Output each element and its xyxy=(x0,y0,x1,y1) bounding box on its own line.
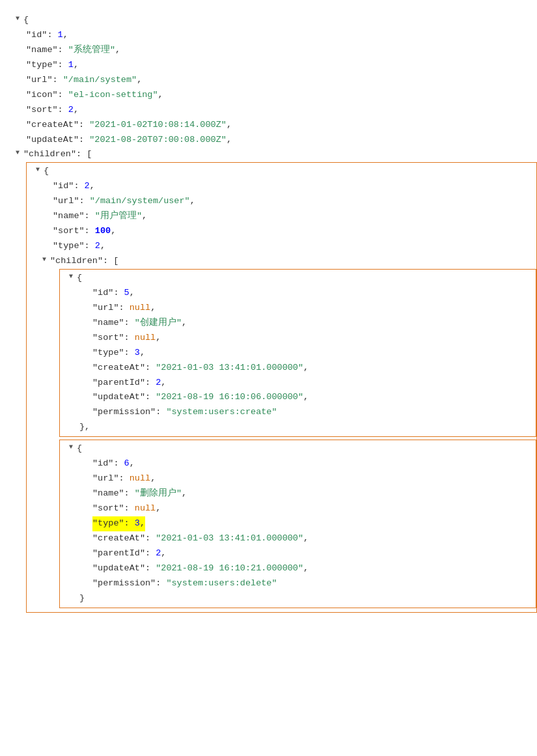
gc5-collapse-icon[interactable]: ▼ xyxy=(69,271,77,282)
child2-collapse-icon[interactable]: ▼ xyxy=(36,164,44,175)
root-createAt-line: "createAt": "2021-01-02T10:08:14.000Z", xyxy=(7,118,537,133)
child2-children-open: ▼ "children": [ xyxy=(27,254,536,269)
gc6-open: ▼ { xyxy=(60,441,536,456)
gc6-sort-line: "sort": null, xyxy=(60,501,536,516)
grandchild-6-box: ▼ { "id": 6, "url": null, "name": "删除用户"… xyxy=(59,440,536,608)
json-viewer: ▼ { "id": 1, "name": "系统管理", "type": 1, … xyxy=(7,7,537,756)
type-highlight: "type": 3, xyxy=(92,516,145,531)
gc5-parentId-line: "parentId": 2, xyxy=(60,376,536,391)
child2-type-line: "type": 2, xyxy=(27,239,536,254)
gc6-updateAt-line: "updateAt": "2021-08-19 16:10:21.000000"… xyxy=(60,561,536,576)
child-object-2-box: ▼ { "id": 2, "url": "/main/system/user",… xyxy=(26,162,537,612)
gc6-type-line: "type": 3, xyxy=(60,516,536,531)
grandchild-5-box: ▼ { "id": 5, "url": null, "name": "创建用户"… xyxy=(59,269,536,437)
gc6-createAt-line: "createAt": "2021-01-03 13:41:01.000000"… xyxy=(60,531,536,546)
gc6-parentId-line: "parentId": 2, xyxy=(60,546,536,561)
root-children-collapse-icon[interactable]: ▼ xyxy=(16,147,23,158)
child2-url-line: "url": "/main/system/user", xyxy=(27,194,536,209)
child2-open: ▼ { xyxy=(27,164,536,179)
gc5-createAt-line: "createAt": "2021-01-03 13:41:01.000000"… xyxy=(60,361,536,376)
gc5-close: }, xyxy=(60,420,536,435)
child2-children-collapse-icon[interactable]: ▼ xyxy=(42,254,50,265)
root-url-line: "url": "/main/system", xyxy=(7,73,537,88)
root-updateAt-line: "updateAt": "2021-08-20T07:00:08.000Z", xyxy=(7,133,537,148)
root-sort-line: "sort": 2, xyxy=(7,103,537,118)
root-collapse-icon[interactable]: ▼ xyxy=(16,13,23,24)
gc5-id-line: "id": 5, xyxy=(60,286,536,301)
gc6-id-line: "id": 6, xyxy=(60,456,536,471)
child2-name-line: "name": "用户管理", xyxy=(27,209,536,224)
gc6-collapse-icon[interactable]: ▼ xyxy=(69,441,77,453)
gc5-type-line: "type": 3, xyxy=(60,346,536,361)
gc6-close: } xyxy=(60,591,536,606)
gc6-permission-line: "permission": "system:users:delete" xyxy=(60,576,536,591)
root-open: ▼ { xyxy=(7,13,537,28)
gc5-name-line: "name": "创建用户", xyxy=(60,316,536,331)
root-children-open: ▼ "children": [ xyxy=(7,147,537,162)
gc5-sort-line: "sort": null, xyxy=(60,331,536,346)
gc5-updateAt-line: "updateAt": "2021-08-19 16:10:06.000000"… xyxy=(60,390,536,405)
root-icon-line: "icon": "el-icon-setting", xyxy=(7,88,537,103)
gc6-name-line: "name": "删除用户", xyxy=(60,486,536,501)
root-type-line: "type": 1, xyxy=(7,58,537,73)
child2-id-line: "id": 2, xyxy=(27,179,536,194)
root-name-line: "name": "系统管理", xyxy=(7,43,537,58)
child2-sort-line: "sort": 100, xyxy=(27,224,536,239)
root-id-line: "id": 1, xyxy=(7,28,537,43)
gc5-open: ▼ { xyxy=(60,271,536,286)
gc6-url-line: "url": null, xyxy=(60,471,536,486)
gc5-permission-line: "permission": "system:users:create" xyxy=(60,405,536,420)
gc5-url-line: "url": null, xyxy=(60,301,536,316)
